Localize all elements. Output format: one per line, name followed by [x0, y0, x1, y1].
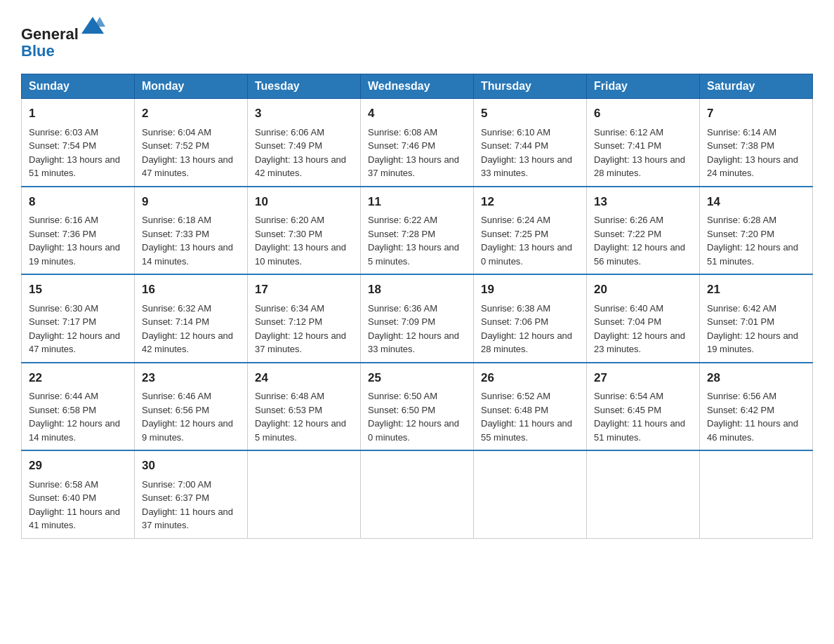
day-number: 24: [255, 369, 353, 387]
day-of-week-header: Monday: [135, 74, 248, 99]
day-info: Sunrise: 6:56 AMSunset: 6:42 PMDaylight:…: [707, 391, 798, 443]
calendar-week-row: 1 Sunrise: 6:03 AMSunset: 7:54 PMDayligh…: [22, 99, 813, 187]
calendar-day-cell: 1 Sunrise: 6:03 AMSunset: 7:54 PMDayligh…: [22, 99, 135, 187]
day-number: 28: [707, 369, 805, 387]
day-number: 13: [594, 193, 692, 211]
day-info: Sunrise: 6:03 AMSunset: 7:54 PMDaylight:…: [29, 127, 120, 179]
day-info: Sunrise: 6:16 AMSunset: 7:36 PMDaylight:…: [29, 215, 120, 267]
page-header: General Blue: [21, 14, 813, 60]
day-info: Sunrise: 6:14 AMSunset: 7:38 PMDaylight:…: [707, 127, 798, 179]
day-number: 9: [142, 193, 240, 211]
calendar-day-cell: 29 Sunrise: 6:58 AMSunset: 6:40 PMDaylig…: [22, 450, 135, 538]
day-info: Sunrise: 6:18 AMSunset: 7:33 PMDaylight:…: [142, 215, 233, 267]
logo-general: General: [21, 25, 79, 43]
calendar-header-row: SundayMondayTuesdayWednesdayThursdayFrid…: [22, 74, 813, 99]
day-info: Sunrise: 6:12 AMSunset: 7:41 PMDaylight:…: [594, 127, 685, 179]
day-info: Sunrise: 6:10 AMSunset: 7:44 PMDaylight:…: [481, 127, 572, 179]
calendar-day-cell: 25 Sunrise: 6:50 AMSunset: 6:50 PMDaylig…: [361, 363, 474, 451]
day-info: Sunrise: 6:28 AMSunset: 7:20 PMDaylight:…: [707, 215, 798, 267]
calendar-day-cell: 9 Sunrise: 6:18 AMSunset: 7:33 PMDayligh…: [135, 187, 248, 275]
day-number: 21: [707, 281, 805, 299]
day-number: 15: [29, 281, 127, 299]
day-number: 19: [481, 281, 579, 299]
day-number: 22: [29, 369, 127, 387]
day-number: 30: [142, 457, 240, 475]
calendar-day-cell: 28 Sunrise: 6:56 AMSunset: 6:42 PMDaylig…: [700, 363, 813, 451]
day-of-week-header: Friday: [587, 74, 700, 99]
calendar-day-cell: [361, 450, 474, 538]
calendar-day-cell: [474, 450, 587, 538]
calendar-day-cell: 5 Sunrise: 6:10 AMSunset: 7:44 PMDayligh…: [474, 99, 587, 187]
calendar-day-cell: 11 Sunrise: 6:22 AMSunset: 7:28 PMDaylig…: [361, 187, 474, 275]
calendar-day-cell: [587, 450, 700, 538]
day-number: 10: [255, 193, 353, 211]
calendar-day-cell: 14 Sunrise: 6:28 AMSunset: 7:20 PMDaylig…: [700, 187, 813, 275]
day-of-week-header: Sunday: [22, 74, 135, 99]
day-of-week-header: Wednesday: [361, 74, 474, 99]
day-info: Sunrise: 6:06 AMSunset: 7:49 PMDaylight:…: [255, 127, 346, 179]
calendar-day-cell: 30 Sunrise: 7:00 AMSunset: 6:37 PMDaylig…: [135, 450, 248, 538]
calendar-day-cell: 26 Sunrise: 6:52 AMSunset: 6:48 PMDaylig…: [474, 363, 587, 451]
logo: General Blue: [21, 14, 105, 60]
day-info: Sunrise: 6:26 AMSunset: 7:22 PMDaylight:…: [594, 215, 685, 267]
day-info: Sunrise: 6:22 AMSunset: 7:28 PMDaylight:…: [368, 215, 459, 267]
day-number: 20: [594, 281, 692, 299]
day-number: 18: [368, 281, 466, 299]
calendar-day-cell: 21 Sunrise: 6:42 AMSunset: 7:01 PMDaylig…: [700, 274, 813, 363]
day-number: 5: [481, 105, 579, 123]
day-info: Sunrise: 6:46 AMSunset: 6:56 PMDaylight:…: [142, 391, 233, 443]
logo-text: General: [21, 14, 105, 43]
day-info: Sunrise: 6:42 AMSunset: 7:01 PMDaylight:…: [707, 303, 798, 355]
day-info: Sunrise: 6:32 AMSunset: 7:14 PMDaylight:…: [142, 303, 233, 355]
calendar-day-cell: 10 Sunrise: 6:20 AMSunset: 7:30 PMDaylig…: [248, 187, 361, 275]
calendar-day-cell: 8 Sunrise: 6:16 AMSunset: 7:36 PMDayligh…: [22, 187, 135, 275]
calendar-day-cell: 19 Sunrise: 6:38 AMSunset: 7:06 PMDaylig…: [474, 274, 587, 363]
day-of-week-header: Thursday: [474, 74, 587, 99]
day-info: Sunrise: 6:08 AMSunset: 7:46 PMDaylight:…: [368, 127, 459, 179]
calendar-day-cell: 4 Sunrise: 6:08 AMSunset: 7:46 PMDayligh…: [361, 99, 474, 187]
day-number: 8: [29, 193, 127, 211]
calendar-day-cell: 2 Sunrise: 6:04 AMSunset: 7:52 PMDayligh…: [135, 99, 248, 187]
day-info: Sunrise: 7:00 AMSunset: 6:37 PMDaylight:…: [142, 479, 233, 531]
day-number: 25: [368, 369, 466, 387]
calendar-day-cell: 7 Sunrise: 6:14 AMSunset: 7:38 PMDayligh…: [700, 99, 813, 187]
day-of-week-header: Saturday: [700, 74, 813, 99]
day-number: 1: [29, 105, 127, 123]
day-number: 14: [707, 193, 805, 211]
day-info: Sunrise: 6:38 AMSunset: 7:06 PMDaylight:…: [481, 303, 572, 355]
day-info: Sunrise: 6:58 AMSunset: 6:40 PMDaylight:…: [29, 479, 120, 531]
day-of-week-header: Tuesday: [248, 74, 361, 99]
calendar-week-row: 8 Sunrise: 6:16 AMSunset: 7:36 PMDayligh…: [22, 187, 813, 275]
day-number: 29: [29, 457, 127, 475]
calendar-week-row: 22 Sunrise: 6:44 AMSunset: 6:58 PMDaylig…: [22, 363, 813, 451]
day-info: Sunrise: 6:20 AMSunset: 7:30 PMDaylight:…: [255, 215, 346, 267]
day-number: 27: [594, 369, 692, 387]
calendar-day-cell: 15 Sunrise: 6:30 AMSunset: 7:17 PMDaylig…: [22, 274, 135, 363]
day-number: 11: [368, 193, 466, 211]
day-info: Sunrise: 6:48 AMSunset: 6:53 PMDaylight:…: [255, 391, 346, 443]
calendar-day-cell: [248, 450, 361, 538]
day-number: 4: [368, 105, 466, 123]
day-number: 3: [255, 105, 353, 123]
day-info: Sunrise: 6:36 AMSunset: 7:09 PMDaylight:…: [368, 303, 459, 355]
calendar-day-cell: [700, 450, 813, 538]
day-info: Sunrise: 6:54 AMSunset: 6:45 PMDaylight:…: [594, 391, 685, 443]
day-number: 17: [255, 281, 353, 299]
day-number: 26: [481, 369, 579, 387]
day-info: Sunrise: 6:44 AMSunset: 6:58 PMDaylight:…: [29, 391, 120, 443]
calendar-day-cell: 18 Sunrise: 6:36 AMSunset: 7:09 PMDaylig…: [361, 274, 474, 363]
day-info: Sunrise: 6:04 AMSunset: 7:52 PMDaylight:…: [142, 127, 233, 179]
calendar-day-cell: 23 Sunrise: 6:46 AMSunset: 6:56 PMDaylig…: [135, 363, 248, 451]
logo-blue-text: Blue: [21, 43, 105, 60]
calendar-week-row: 15 Sunrise: 6:30 AMSunset: 7:17 PMDaylig…: [22, 274, 813, 363]
calendar-table: SundayMondayTuesdayWednesdayThursdayFrid…: [21, 74, 813, 539]
day-number: 6: [594, 105, 692, 123]
calendar-day-cell: 3 Sunrise: 6:06 AMSunset: 7:49 PMDayligh…: [248, 99, 361, 187]
day-info: Sunrise: 6:30 AMSunset: 7:17 PMDaylight:…: [29, 303, 120, 355]
day-number: 7: [707, 105, 805, 123]
day-number: 16: [142, 281, 240, 299]
logo-icon: [80, 14, 105, 39]
calendar-day-cell: 6 Sunrise: 6:12 AMSunset: 7:41 PMDayligh…: [587, 99, 700, 187]
calendar-day-cell: 27 Sunrise: 6:54 AMSunset: 6:45 PMDaylig…: [587, 363, 700, 451]
calendar-day-cell: 22 Sunrise: 6:44 AMSunset: 6:58 PMDaylig…: [22, 363, 135, 451]
